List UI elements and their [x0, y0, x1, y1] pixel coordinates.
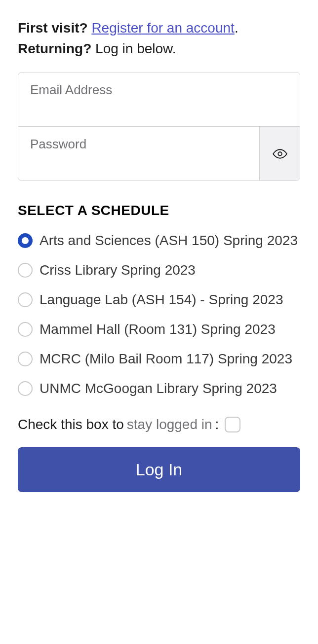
first-visit-label: First visit? [18, 20, 88, 36]
password-field-wrapper [18, 126, 300, 180]
radio-icon [18, 292, 33, 307]
email-field-wrapper [18, 72, 300, 126]
returning-label: Returning? [18, 41, 91, 56]
schedule-option-label: Arts and Sciences (ASH 150) Spring 2023 [40, 230, 298, 251]
email-field[interactable] [18, 72, 300, 126]
radio-icon [18, 233, 33, 248]
intro-text: First visit? Register for an account. Re… [18, 18, 300, 59]
radio-icon [18, 263, 33, 278]
password-field[interactable] [18, 127, 259, 180]
svg-point-0 [278, 152, 282, 156]
eye-icon [273, 146, 287, 161]
schedule-option[interactable]: Criss Library Spring 2023 [18, 260, 300, 281]
schedule-option[interactable]: Arts and Sciences (ASH 150) Spring 2023 [18, 230, 300, 251]
register-link[interactable]: Register for an account [91, 20, 235, 36]
schedule-option[interactable]: UNMC McGoogan Library Spring 2023 [18, 378, 300, 399]
radio-icon [18, 322, 33, 337]
schedule-option[interactable]: MCRC (Milo Bail Room 117) Spring 2023 [18, 349, 300, 369]
stay-logged-checkbox[interactable] [225, 417, 240, 432]
schedule-option[interactable]: Mammel Hall (Room 131) Spring 2023 [18, 319, 300, 340]
schedule-option-label: Mammel Hall (Room 131) Spring 2023 [40, 319, 276, 340]
schedule-option[interactable]: Language Lab (ASH 154) - Spring 2023 [18, 289, 300, 310]
radio-icon [18, 352, 33, 366]
schedule-option-label: Criss Library Spring 2023 [40, 260, 196, 281]
schedule-header: SELECT A SCHEDULE [18, 203, 300, 218]
schedule-option-label: Language Lab (ASH 154) - Spring 2023 [40, 289, 283, 310]
stay-logged-row: Check this box to stay logged in: [18, 417, 300, 432]
stay-colon: : [215, 417, 219, 432]
period: . [235, 20, 238, 36]
schedule-option-label: MCRC (Milo Bail Room 117) Spring 2023 [40, 349, 292, 369]
login-fields-group [18, 72, 300, 181]
schedule-radio-list: Arts and Sciences (ASH 150) Spring 2023C… [18, 230, 300, 399]
stay-link-text: stay logged in [127, 417, 212, 432]
radio-icon [18, 381, 33, 396]
schedule-option-label: UNMC McGoogan Library Spring 2023 [40, 378, 277, 399]
login-below-text: Log in below. [95, 41, 176, 56]
login-button[interactable]: Log In [18, 447, 300, 492]
stay-prefix: Check this box to [18, 417, 124, 432]
toggle-password-button[interactable] [259, 127, 300, 180]
